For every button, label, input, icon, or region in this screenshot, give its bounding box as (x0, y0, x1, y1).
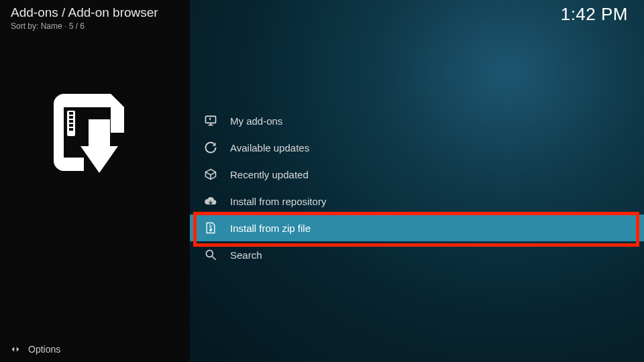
main-panel: 1:42 PM My add-ons (190, 0, 644, 362)
menu-item-label: Search (230, 249, 262, 261)
zip-file-icon (203, 221, 218, 235)
refresh-icon (203, 140, 218, 155)
menu-item-recently-updated[interactable]: Recently updated (190, 161, 644, 188)
options-arrows-icon (9, 343, 21, 355)
options-button[interactable]: Options (9, 343, 60, 355)
svg-rect-3 (69, 120, 73, 123)
svg-rect-11 (209, 225, 211, 226)
header: Add-ons / Add-on browser Sort by: Name ·… (11, 5, 158, 31)
menu-item-label: Available updates (230, 142, 309, 154)
menu-item-install-repository[interactable]: Install from repository (190, 188, 644, 215)
svg-rect-2 (69, 116, 73, 119)
menu-item-my-addons[interactable]: My add-ons (190, 107, 644, 134)
clock: 1:42 PM (561, 4, 628, 25)
monitor-icon (203, 113, 218, 128)
menu-item-label: Install from zip file (230, 223, 311, 234)
zip-download-large-icon (47, 87, 141, 181)
menu-list: My add-ons Available updates (190, 107, 644, 268)
box-icon (203, 167, 218, 182)
sidebar: Add-ons / Add-on browser Sort by: Name ·… (0, 0, 190, 362)
menu-item-label: Recently updated (230, 169, 309, 180)
svg-point-16 (206, 250, 213, 257)
breadcrumb: Add-ons / Add-on browser (11, 5, 158, 20)
svg-rect-1 (69, 112, 73, 115)
menu-item-search[interactable]: Search (190, 241, 644, 268)
svg-rect-5 (69, 128, 73, 131)
menu-item-install-zip[interactable]: Install from zip file (190, 215, 644, 241)
svg-line-17 (213, 257, 216, 260)
svg-rect-12 (211, 226, 212, 227)
svg-rect-15 (209, 229, 211, 231)
menu-item-available-updates[interactable]: Available updates (190, 134, 644, 161)
svg-rect-14 (211, 228, 212, 229)
svg-rect-6 (89, 119, 110, 147)
menu-item-label: Install from repository (230, 196, 326, 207)
cloud-download-icon (203, 194, 218, 208)
options-label: Options (28, 344, 60, 355)
sort-info: Sort by: Name · 5 / 6 (11, 21, 158, 31)
menu-item-label: My add-ons (230, 115, 282, 127)
svg-rect-13 (209, 227, 211, 228)
search-icon (203, 247, 218, 262)
svg-rect-4 (69, 124, 73, 127)
